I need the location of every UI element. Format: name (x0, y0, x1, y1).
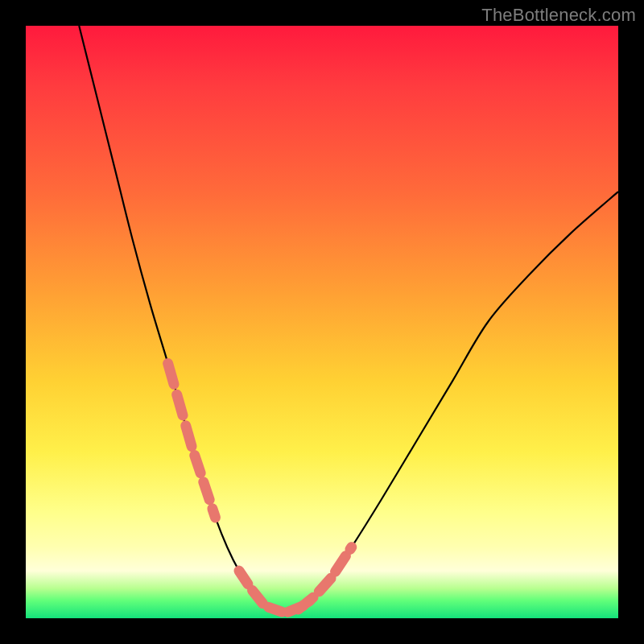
svg-line-3 (195, 456, 200, 473)
svg-line-14 (308, 601, 310, 601)
plot-area (26, 26, 618, 618)
svg-line-10 (239, 571, 248, 584)
svg-line-8 (336, 556, 346, 572)
curve-svg (26, 26, 618, 618)
svg-line-7 (319, 578, 331, 592)
svg-line-4 (204, 482, 209, 500)
dash-overlay-left (168, 364, 216, 518)
svg-line-11 (253, 591, 263, 604)
svg-line-0 (168, 364, 174, 385)
svg-line-2 (186, 426, 192, 447)
svg-line-1 (177, 394, 183, 415)
dash-overlay-bottom (239, 571, 310, 612)
svg-line-13 (288, 606, 303, 612)
svg-line-5 (213, 509, 216, 518)
watermark-text: TheBottleneck.com (481, 5, 636, 26)
svg-line-12 (269, 607, 283, 612)
chart-frame: TheBottleneck.com (0, 0, 644, 644)
svg-line-9 (350, 547, 352, 550)
bottleneck-curve-path (79, 26, 618, 613)
